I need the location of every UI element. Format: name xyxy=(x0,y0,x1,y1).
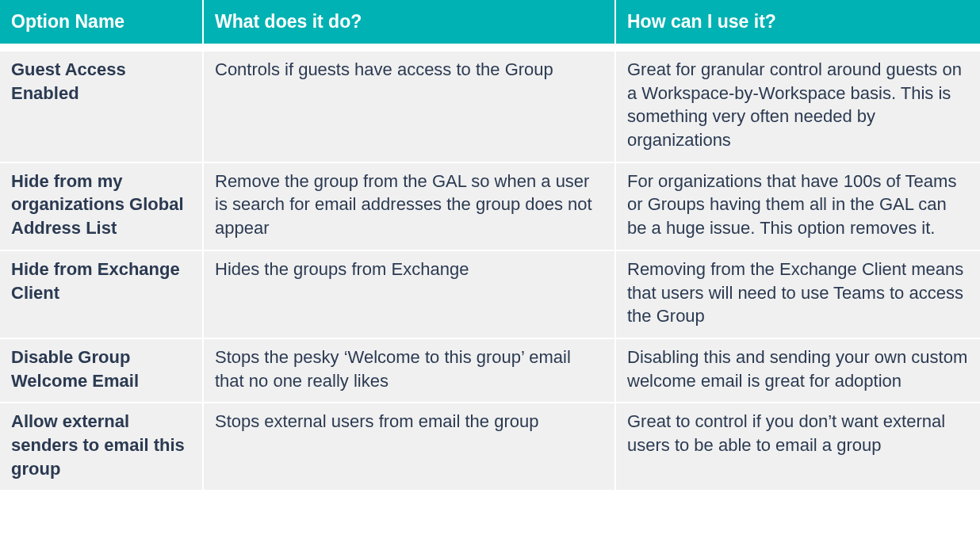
header-what: What does it do? xyxy=(203,0,615,44)
cell-what: Stops external users from email the grou… xyxy=(203,403,615,491)
cell-how: Great for granular control around guests… xyxy=(615,52,980,162)
cell-option-name: Guest Access Enabled xyxy=(0,52,203,162)
header-spacer xyxy=(0,44,980,52)
cell-option-name: Allow external senders to email this gro… xyxy=(0,403,203,491)
header-option-name: Option Name xyxy=(0,0,203,44)
page: Option Name What does it do? How can I u… xyxy=(0,0,980,491)
table-row: Disable Group Welcome Email Stops the pe… xyxy=(0,338,980,403)
cell-what: Controls if guests have access to the Gr… xyxy=(203,52,615,162)
cell-option-name: Hide from my organizations Global Addres… xyxy=(0,162,203,250)
table-row: Hide from Exchange Client Hides the grou… xyxy=(0,250,980,338)
options-table: Option Name What does it do? How can I u… xyxy=(0,0,980,491)
header-how: How can I use it? xyxy=(615,0,980,44)
cell-option-name: Hide from Exchange Client xyxy=(0,250,203,338)
cell-how: Removing from the Exchange Client means … xyxy=(615,250,980,338)
cell-what: Hides the groups from Exchange xyxy=(203,250,615,338)
table-header-row: Option Name What does it do? How can I u… xyxy=(0,0,980,44)
table-row: Guest Access Enabled Controls if guests … xyxy=(0,52,980,162)
cell-what: Stops the pesky ‘Welcome to this group’ … xyxy=(203,338,615,403)
cell-what: Remove the group from the GAL so when a … xyxy=(203,162,615,250)
table-row: Hide from my organizations Global Addres… xyxy=(0,162,980,250)
cell-option-name: Disable Group Welcome Email xyxy=(0,338,203,403)
cell-how: For organizations that have 100s of Team… xyxy=(615,162,980,250)
cell-how: Great to control if you don’t want exter… xyxy=(615,403,980,491)
table-row: Allow external senders to email this gro… xyxy=(0,403,980,491)
cell-how: Disabling this and sending your own cust… xyxy=(615,338,980,403)
